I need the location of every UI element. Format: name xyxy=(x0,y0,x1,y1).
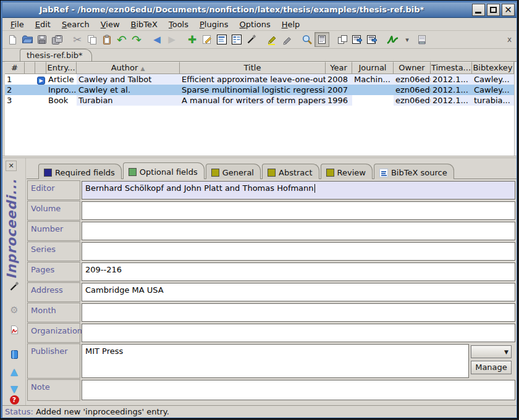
column-header-icon[interactable] xyxy=(35,62,46,74)
menu-options[interactable]: Options xyxy=(234,19,276,30)
column-header-title[interactable]: Title xyxy=(180,62,326,74)
previous-entry-icon[interactable]: ▲ xyxy=(8,366,20,378)
cut-icon[interactable]: ✂ xyxy=(70,32,85,47)
table-cell[interactable]: A manual for writers of term papers... xyxy=(180,95,326,106)
field-input-publisher[interactable]: MIT Press xyxy=(82,344,469,378)
title-bar[interactable]: JabRef - /home/ezn06edu/Documents/nonfic… xyxy=(2,2,517,18)
menu-help[interactable]: Help xyxy=(276,19,306,30)
tab-required-fields[interactable]: Required fields xyxy=(38,164,122,179)
push-to-lyx-icon[interactable] xyxy=(385,32,400,47)
tab-optional-fields[interactable]: Optional fields xyxy=(123,162,205,179)
table-cell[interactable] xyxy=(25,85,35,95)
table-cell[interactable]: 1 xyxy=(5,74,25,85)
field-input-pages[interactable]: 209--216 xyxy=(82,262,515,281)
maximize-button[interactable] xyxy=(487,4,500,16)
table-row[interactable]: 2Inpro...Cawley et al.Sparse multinomial… xyxy=(5,85,514,95)
table-cell[interactable]: Inpro... xyxy=(46,85,77,95)
copy-cite-icon[interactable] xyxy=(335,32,350,47)
field-input-organization[interactable] xyxy=(82,324,515,342)
field-input-volume[interactable] xyxy=(82,201,515,220)
field-input-series[interactable] xyxy=(82,242,515,261)
table-cell[interactable] xyxy=(352,95,394,106)
menu-tools[interactable]: Tools xyxy=(163,19,194,30)
table-cell[interactable]: 2 xyxy=(5,85,25,95)
tab-review[interactable]: Review xyxy=(321,164,373,179)
export-icon[interactable] xyxy=(415,32,429,47)
table-scrollbar[interactable] xyxy=(514,62,517,156)
table-cell[interactable] xyxy=(35,85,46,95)
open-file-link-icon[interactable] xyxy=(8,348,20,361)
publisher-combo-box[interactable]: ▼ xyxy=(471,345,512,358)
tab-general[interactable]: General xyxy=(206,164,261,179)
table-cell[interactable]: Cawley... xyxy=(472,74,514,85)
mark-entries-icon[interactable] xyxy=(264,32,279,47)
column-header-timesta[interactable]: Timesta... xyxy=(431,62,472,74)
entry-file-icon[interactable]: ▶ xyxy=(37,77,45,85)
open-file-icon[interactable] xyxy=(20,32,35,47)
table-cell[interactable]: ezn06edu xyxy=(394,95,431,106)
table-cell[interactable]: 2007 xyxy=(326,85,352,95)
tab-abstract[interactable]: Abstract xyxy=(262,164,319,179)
minimize-button[interactable] xyxy=(472,4,485,16)
edit-preamble-icon[interactable] xyxy=(214,32,229,47)
menu-plugins[interactable]: Plugins xyxy=(194,19,234,30)
table-cell[interactable]: 1996 xyxy=(326,95,352,106)
table-cell[interactable]: Machin... xyxy=(352,74,394,85)
menu-search[interactable]: Search xyxy=(56,19,95,30)
redo-icon[interactable]: ↷ xyxy=(129,32,144,47)
column-header-bibtexkey[interactable]: Bibtexkey xyxy=(472,62,514,74)
table-cell[interactable]: ezn06edu xyxy=(394,74,431,85)
undo-icon[interactable]: ↶ xyxy=(114,32,129,47)
table-cell[interactable]: Turabian xyxy=(77,95,180,106)
search-icon[interactable] xyxy=(300,32,314,47)
table-cell[interactable]: 2012.1... xyxy=(431,74,472,85)
back-icon[interactable]: ◀ xyxy=(150,32,164,47)
column-header-entry[interactable]: Entry... xyxy=(46,62,77,74)
close-button[interactable]: ✕ xyxy=(502,4,515,16)
table-cell[interactable] xyxy=(25,95,35,106)
menu-file[interactable]: File xyxy=(5,19,30,30)
table-cell[interactable]: ezn06edu xyxy=(394,85,431,95)
column-header-author[interactable]: Author▲ xyxy=(77,62,180,74)
table-row[interactable]: 3BookTurabianA manual for writers of ter… xyxy=(5,95,514,106)
toolbar-close-x[interactable]: x xyxy=(507,35,512,44)
field-input-editor[interactable]: Bernhard Schölkopf and John Platt and Th… xyxy=(82,181,515,200)
table-cell[interactable]: 2012.1... xyxy=(431,95,472,106)
copy-icon[interactable] xyxy=(85,32,99,47)
save-all-icon[interactable] xyxy=(49,32,64,47)
unmark-entries-icon[interactable] xyxy=(279,32,294,47)
table-cell[interactable]: ▶ xyxy=(35,74,46,85)
generate-key-wand-icon[interactable] xyxy=(8,280,20,293)
table-cell[interactable]: 2012.1... xyxy=(431,85,472,95)
column-header-icon[interactable] xyxy=(25,62,35,74)
table-cell[interactable]: Sparse multinomial logistic regressi... xyxy=(180,85,326,95)
forward-icon[interactable]: ▶ xyxy=(164,32,179,47)
push-to-application2-icon[interactable] xyxy=(365,32,379,47)
column-header-num[interactable]: # xyxy=(5,62,25,74)
settings-gear-icon[interactable]: ⚙ xyxy=(8,304,20,316)
table-cell[interactable]: Cawley et al. xyxy=(77,85,180,95)
column-header-journal[interactable]: Journal xyxy=(352,62,394,74)
help-icon[interactable]: ? xyxy=(8,393,20,406)
database-tab[interactable]: thesis-ref.bib* xyxy=(20,49,92,61)
open-pdf-icon[interactable] xyxy=(8,324,20,336)
manage-button[interactable]: Manage xyxy=(471,361,512,374)
table-cell[interactable] xyxy=(35,95,46,106)
menu-bibtex[interactable]: BibTeX xyxy=(125,19,163,30)
table-cell[interactable] xyxy=(352,85,394,95)
toggle-preview-icon[interactable] xyxy=(314,32,329,47)
new-file-icon[interactable] xyxy=(5,32,20,47)
table-cell[interactable]: Cawley... xyxy=(472,85,514,95)
tab-bibtex-source[interactable]: BibTeX source xyxy=(374,164,454,179)
entry-editor-close-button[interactable]: ✕ xyxy=(6,161,17,171)
table-cell[interactable]: Efficient approximate leave-one-out... xyxy=(180,74,326,85)
table-cell[interactable]: Book xyxy=(46,95,77,106)
edit-entry-icon[interactable] xyxy=(200,32,214,47)
table-cell[interactable]: turabia... xyxy=(472,95,514,106)
field-input-address[interactable]: Cambridge MA USA xyxy=(82,283,515,301)
push-dropdown-arrow-icon[interactable]: ▾ xyxy=(400,32,415,47)
field-input-number[interactable] xyxy=(82,222,515,240)
table-cell[interactable]: 3 xyxy=(5,95,25,106)
table-row[interactable]: 1▶ArticleCawley and TalbotEfficient appr… xyxy=(5,74,514,85)
table-cell[interactable]: Article xyxy=(46,74,77,85)
